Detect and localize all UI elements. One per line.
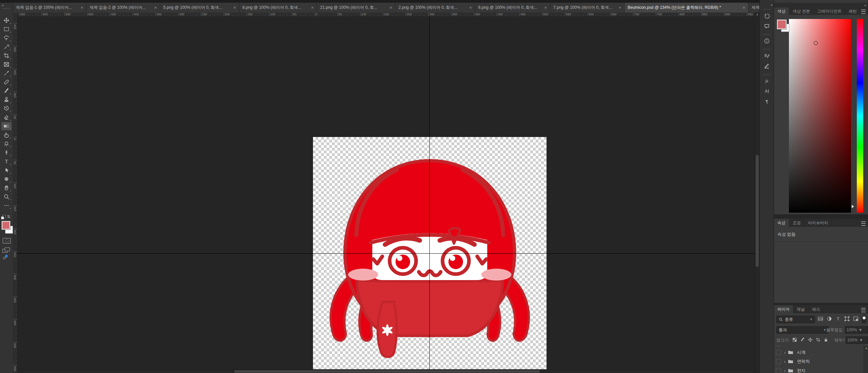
vertical-scrollbar-thumb[interactable] [756,155,759,267]
sync-status-icon[interactable]: ⟳ [3,256,6,261]
close-icon[interactable]: × [233,5,236,10]
shape-tool[interactable] [1,175,12,183]
layer-row-연락처[interactable]: ›연락처 [774,357,864,367]
layer-row-편지[interactable]: ›편지 [774,366,864,373]
close-icon[interactable]: × [154,5,157,10]
magic-wand-tool[interactable] [1,43,12,51]
shape-layer-filter-button[interactable] [843,315,851,322]
zoom-tool[interactable] [1,193,12,201]
version-history-panel-button[interactable] [760,12,774,20]
info-panel-button[interactable] [760,37,774,45]
document-tab[interactable]: 5.png @ 100% (레이어 0, 회색...× [160,3,239,13]
scroll-up-icon[interactable]: ▲ [864,347,868,350]
dock-group-grip[interactable] [763,49,771,50]
color-tab-색상 견본[interactable]: 색상 견본 [789,7,814,15]
canvas-viewport[interactable] [17,16,755,369]
toolbar-expand-icon[interactable]: » [2,3,3,7]
color-tab-그레이디언트[interactable]: 그레이디언트 [814,7,845,15]
horizontal-scrollbar-thumb[interactable] [234,370,540,373]
visibility-checkbox[interactable] [776,346,781,346]
adjustment-layer-filter-button[interactable] [826,315,833,322]
horizontal-guide[interactable] [17,253,755,254]
swap-colors-icon[interactable]: ⇄ [6,215,11,218]
properties-tab-속성[interactable]: 속성 [774,219,789,227]
marquee-tool[interactable] [1,25,12,33]
layer-row-시계[interactable]: ›시계 [774,348,864,357]
color-tab-색상[interactable]: 색상 [774,7,789,15]
history-brush-tool[interactable] [1,104,12,113]
lock-position-button[interactable] [807,337,813,342]
lock-image-button[interactable] [799,337,806,342]
document-tab[interactable]: 8.png @ 100% (레이어 0, 회색...× [239,3,317,13]
document-tab[interactable]: 6.png @ 100% (레이어 0, 회색...× [475,3,550,13]
lock-transparency-button[interactable] [792,337,798,342]
scroll-up-icon[interactable]: ▲ [755,13,760,16]
dodge-tool[interactable] [1,140,12,148]
document-tab-active[interactable]: Beumicon.psd @ 134% (던파온 출첵해라, RGB/8) *× [625,3,749,13]
gradient-tool[interactable] [1,122,12,130]
eyedropper-tool[interactable] [1,69,12,77]
layers-tab-패스[interactable]: 패스 [809,305,824,313]
frame-tool[interactable] [1,60,12,68]
properties-panel-menu-icon[interactable] [861,221,866,226]
expand-icon[interactable]: › [784,346,786,346]
hue-strip[interactable] [857,19,863,213]
expand-icon[interactable]: › [784,359,786,364]
dock-group-grip[interactable] [763,34,771,35]
dock-group-grip[interactable] [763,9,771,10]
visibility-checkbox[interactable] [776,368,781,373]
default-colors-icon[interactable] [1,215,5,219]
vertical-guide[interactable] [429,16,430,369]
dock-collapse-icon[interactable]: « [771,3,772,7]
lock-all-button[interactable] [823,337,829,342]
dock-group-grip[interactable] [763,74,771,75]
smudge-tool[interactable] [1,131,12,139]
pixel-layer-filter-button[interactable] [817,315,824,322]
expand-icon[interactable]: › [784,350,786,355]
close-icon[interactable]: × [618,5,621,10]
move-tool[interactable] [1,16,12,24]
brush-settings-panel-button[interactable] [760,52,774,60]
horizontal-scrollbar[interactable] [17,369,755,373]
layer-styles-fx-panel-button[interactable]: fx [760,77,774,85]
close-icon[interactable]: × [311,5,314,10]
close-icon[interactable]: × [80,5,83,10]
close-icon[interactable]: × [469,5,472,10]
opacity-input[interactable]: 100% ▼ [845,326,868,334]
vertical-scrollbar[interactable]: ▲ [755,13,760,373]
close-icon[interactable]: × [742,5,745,10]
foreground-color-swatch[interactable] [2,221,10,230]
color-tab-패턴[interactable]: 패턴 [845,7,861,15]
document-tab[interactable]: 21.png @ 100% (레이어 0, 회...× [317,3,395,13]
paragraph-panel-button[interactable]: ¶ [760,97,774,106]
layer-filter-toggle[interactable] [862,315,867,323]
document-tab[interactable]: 7.png @ 100% (레이어 0, 회색...× [550,3,625,13]
blend-mode-select[interactable]: 통과 ▼ [776,326,829,334]
document-tab[interactable]: 제목 없음-1 @ 100% (레이어...× [13,3,87,13]
expand-icon[interactable]: › [784,369,786,373]
hand-tool[interactable] [1,184,12,192]
layer-list-scrollbar[interactable]: ▲ [864,346,868,373]
pen-tool[interactable] [1,149,12,157]
quick-mask-button[interactable] [3,238,11,243]
brushes-panel-button[interactable] [760,62,774,71]
properties-tab-조정[interactable]: 조정 [789,219,805,227]
visibility-checkbox[interactable] [776,359,781,364]
properties-tab-라이브러리[interactable]: 라이브러리 [805,219,832,227]
panel-foreground-swatch[interactable] [777,20,787,29]
color-picker-ring[interactable] [814,41,818,45]
toolbar-grip[interactable] [3,8,10,9]
edit-toolbar-tool[interactable] [1,201,12,210]
layers-tab-레이어[interactable]: 레이어 [774,305,793,313]
color-saturation-field[interactable] [789,19,851,213]
layers-panel-menu-icon[interactable] [861,308,866,312]
healing-brush-tool[interactable] [1,78,12,86]
type-layer-filter-button[interactable]: T [834,315,842,322]
visibility-checkbox[interactable] [776,350,781,355]
panel-collapse-icon[interactable]: » [864,3,866,7]
path-select-tool[interactable] [1,166,12,174]
lock-artboard-button[interactable] [815,337,821,342]
type-tool[interactable]: T [1,157,12,165]
close-icon[interactable]: × [544,5,547,10]
screen-mode-button[interactable] [2,248,10,253]
